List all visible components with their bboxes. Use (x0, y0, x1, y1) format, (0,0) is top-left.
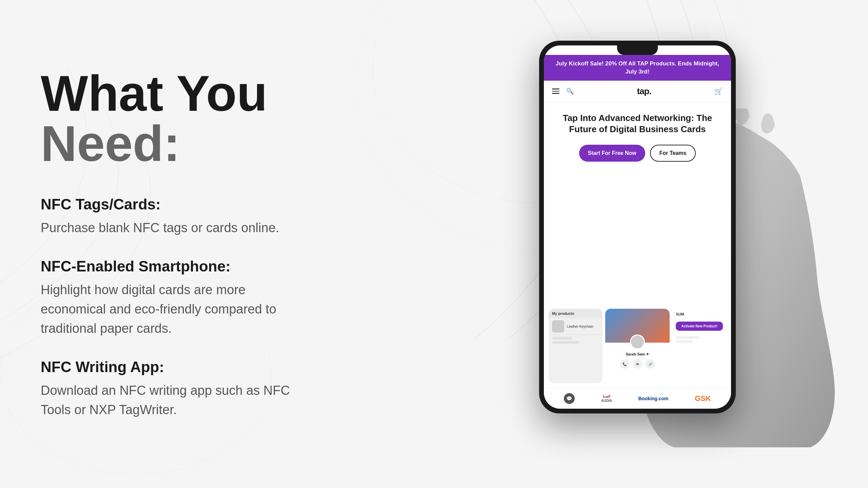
product-item: Leather Keychain (549, 318, 603, 335)
products-card: My products Leather Keychain (549, 309, 603, 383)
activate-header: SUM (672, 309, 726, 318)
feature-smartphone: NFC-Enabled Smartphone: Highlight how di… (41, 258, 502, 338)
right-section: July Kickoff Sale! 20% Off All TAP Produ… (529, 41, 827, 447)
feature-writing-app-title: NFC Writing App: (41, 359, 502, 375)
brands-bar: 💬 العديا AUDIA Booking.com GSK (544, 388, 731, 409)
app-screenshots: My products Leather Keychain (544, 309, 731, 388)
for-teams-button[interactable]: For Teams (650, 145, 696, 162)
feature-nfc-tags-title: NFC Tags/Cards: (41, 196, 502, 213)
left-section: What You Need: NFC Tags/Cards: Purchase … (41, 68, 529, 420)
profile-card: Sarah Sam ✦ 📞 ✉ 🔗 (605, 309, 670, 383)
activate-button[interactable]: Activate New Product! (676, 322, 723, 331)
feature-smartphone-desc: Highlight how digital cards are more eco… (41, 280, 305, 338)
hero-headline: Tap Into Advanced Networking: The Future… (554, 113, 721, 136)
hamburger-icon[interactable] (552, 88, 559, 94)
link-action-icon[interactable]: 🔗 (646, 359, 655, 369)
chat-icon: 💬 (564, 393, 575, 404)
cart-icon[interactable]: 🛒 (714, 87, 723, 95)
profile-avatar (630, 334, 645, 349)
hero-buttons: Start For Free Now For Teams (554, 145, 721, 162)
activate-card: SUM Activate New Product! (672, 309, 726, 383)
brand-audia-label: العديا (603, 394, 610, 398)
feature-nfc-tags: NFC Tags/Cards: Purchase blank NFC tags … (41, 196, 502, 238)
main-content: What You Need: NFC Tags/Cards: Purchase … (0, 0, 868, 488)
start-free-button[interactable]: Start For Free Now (579, 145, 645, 162)
product-name: Leather Keychain (567, 325, 593, 328)
features-list: NFC Tags/Cards: Purchase blank NFC tags … (41, 196, 502, 420)
nav-left: 🔍 (552, 87, 574, 95)
phone-hand-container: July Kickoff Sale! 20% Off All TAP Produ… (539, 41, 817, 447)
title-line1: What You (41, 68, 502, 119)
search-icon[interactable]: 🔍 (566, 87, 574, 95)
main-title: What You Need: (41, 68, 502, 169)
feature-writing-app-desc: Download an NFC writing app such as NFC … (41, 381, 305, 420)
phone-notch (617, 45, 658, 55)
promo-banner: July Kickoff Sale! 20% Off All TAP Produ… (544, 55, 731, 81)
nav-logo: tap. (637, 86, 651, 97)
brand-booking: Booking.com (638, 396, 669, 401)
phone-hero: Tap Into Advanced Networking: The Future… (544, 102, 731, 309)
feature-smartphone-title: NFC-Enabled Smartphone: (41, 258, 502, 275)
products-header: My products (549, 309, 603, 318)
product-image (552, 320, 564, 332)
title-line2: Need: (41, 119, 502, 169)
feature-nfc-tags-desc: Purchase blank NFC tags or cards online. (41, 218, 305, 238)
phone-screen: July Kickoff Sale! 20% Off All TAP Produ… (544, 45, 731, 409)
profile-name: Sarah Sam ✦ (605, 352, 670, 357)
phone-action-icon[interactable]: 📞 (620, 359, 629, 369)
feature-writing-app: NFC Writing App: Download an NFC writing… (41, 359, 502, 420)
email-action-icon[interactable]: ✉ (633, 359, 642, 369)
brand-audia: العديا AUDIA (601, 394, 612, 403)
brand-gsk: GSK (695, 394, 711, 403)
profile-actions: 📞 ✉ 🔗 (605, 359, 670, 369)
phone-navbar: 🔍 tap. 🛒 (544, 81, 731, 102)
brand-audia-en: AUDIA (601, 399, 612, 403)
phone-frame: July Kickoff Sale! 20% Off All TAP Produ… (539, 41, 736, 413)
